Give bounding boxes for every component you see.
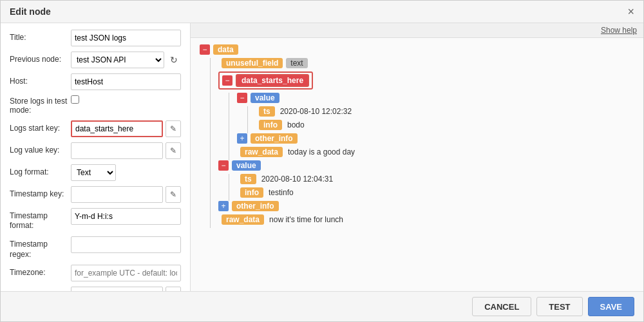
modal-body: Title: Previous node: test JSON API ↻ bbox=[1, 23, 643, 291]
store-logs-row: Store logs in test mode: bbox=[10, 95, 181, 115]
right-panel: Show help − data unuseful_field bbox=[191, 23, 643, 291]
toggle-other-info2[interactable]: + bbox=[218, 201, 229, 211]
host-key-container: ✎ bbox=[71, 287, 181, 291]
data-children: unuseful_field text − data_starts_here bbox=[200, 58, 634, 228]
test-button[interactable]: TEST bbox=[536, 297, 582, 316]
key-tag-value1: value bbox=[251, 93, 279, 103]
data-starts-here-children: − value ts bbox=[218, 93, 634, 160]
value-text-raw-data1: today is a good day bbox=[288, 147, 355, 156]
host-key-input[interactable] bbox=[71, 287, 163, 291]
prev-node-select[interactable]: test JSON API bbox=[71, 52, 164, 68]
key-tag-other-info2: other_info bbox=[232, 201, 279, 211]
key-tag-data: data bbox=[213, 44, 238, 55]
timestamp-key-input[interactable] bbox=[71, 186, 163, 203]
value2-vline: ts 2020-08-10 12:04:31 info testinfo bbox=[229, 174, 634, 201]
save-button[interactable]: SAVE bbox=[588, 297, 634, 316]
key-tag-value2: value bbox=[232, 160, 261, 171]
timezone-input[interactable] bbox=[71, 265, 181, 281]
tree-row-unuseful-field: unuseful_field text bbox=[218, 58, 634, 68]
prev-node-container: test JSON API ↻ bbox=[71, 52, 181, 68]
timestamp-key-row: Timestamp key: ✎ bbox=[10, 186, 181, 203]
tree-area: − data unuseful_field text bbox=[191, 38, 643, 291]
timezone-row: Timezone: bbox=[10, 265, 181, 281]
key-tag-info1: info bbox=[259, 120, 282, 130]
title-input[interactable] bbox=[71, 30, 181, 46]
tree-row-raw-data1: raw_data today is a good day bbox=[237, 147, 634, 157]
key-tag-raw-data1: raw_data bbox=[240, 147, 283, 157]
host-row: Host: bbox=[10, 73, 181, 90]
log-format-select[interactable]: Text JSON bbox=[71, 164, 116, 181]
store-logs-label: Store logs in test mode: bbox=[10, 95, 71, 115]
timestamp-key-container: ✎ bbox=[71, 186, 181, 203]
tree-node-value1: − value ts bbox=[237, 93, 634, 133]
toggle-other-info1[interactable]: + bbox=[237, 133, 247, 144]
host-input[interactable] bbox=[71, 73, 181, 90]
data-starts-here-vline: − value ts bbox=[229, 93, 634, 160]
key-tag-ts1: ts bbox=[259, 106, 275, 117]
host-key-edit-button[interactable]: ✎ bbox=[166, 287, 181, 291]
toggle-value1[interactable]: − bbox=[237, 93, 247, 103]
timestamp-format-label: Timestamp format: bbox=[10, 208, 71, 231]
tree-row-other-info1: + other_info bbox=[237, 133, 634, 144]
timestamp-regex-input[interactable] bbox=[71, 236, 181, 253]
value-text-info2: testinfo bbox=[269, 188, 294, 197]
cancel-button[interactable]: CANCEL bbox=[472, 297, 531, 316]
tree-row-ts1: ts 2020-08-10 12:02:32 bbox=[256, 106, 634, 117]
logs-start-key-label: Logs start key: bbox=[10, 120, 71, 134]
value1-vline: ts 2020-08-10 12:02:32 info bodo bbox=[247, 106, 634, 133]
timestamp-format-input[interactable] bbox=[71, 208, 181, 225]
store-logs-container bbox=[71, 95, 181, 104]
right-top-bar: Show help bbox=[191, 23, 643, 38]
timestamp-regex-label: Timestamp regex: bbox=[10, 236, 71, 260]
logs-start-key-edit-button[interactable]: ✎ bbox=[166, 120, 181, 137]
value-tag-text: text bbox=[286, 58, 307, 68]
title-field-container bbox=[71, 30, 181, 46]
value-text-ts2: 2020-08-10 12:04:31 bbox=[261, 175, 333, 184]
value2-children: ts 2020-08-10 12:04:31 info testinfo bbox=[218, 174, 634, 201]
toggle-value2[interactable]: − bbox=[218, 160, 229, 171]
host-label: Host: bbox=[10, 73, 71, 87]
modal-footer: CANCEL TEST SAVE bbox=[1, 291, 643, 321]
data-vline: unuseful_field text − data_starts_here bbox=[210, 58, 634, 228]
logs-start-key-container: ✎ bbox=[71, 120, 181, 137]
key-tag-ts2: ts bbox=[240, 174, 256, 184]
tree-row-value1: − value bbox=[237, 93, 634, 103]
timestamp-format-row: Timestamp format: bbox=[10, 208, 181, 231]
refresh-button[interactable]: ↻ bbox=[167, 52, 181, 68]
key-tag-info2: info bbox=[240, 187, 263, 198]
toggle-data[interactable]: − bbox=[200, 44, 210, 55]
host-field-container bbox=[71, 73, 181, 90]
toggle-data-starts-here[interactable]: − bbox=[222, 75, 232, 86]
value1-children: ts 2020-08-10 12:02:32 info bodo bbox=[237, 106, 634, 133]
timestamp-key-edit-button[interactable]: ✎ bbox=[166, 186, 181, 203]
log-format-container: Text JSON bbox=[71, 164, 181, 181]
log-format-label: Log format: bbox=[10, 164, 71, 178]
key-tag-data-starts-here: data_starts_here bbox=[236, 74, 309, 87]
tree-row-other-info2: + other_info bbox=[218, 201, 634, 211]
key-tag-unuseful-field: unuseful_field bbox=[222, 58, 283, 68]
tree-row-data: − data bbox=[200, 44, 634, 55]
log-value-key-label: Log value key: bbox=[10, 142, 71, 156]
title-label: Title: bbox=[10, 30, 71, 43]
logs-start-key-input[interactable] bbox=[71, 120, 163, 137]
tree-row-raw-data2: raw_data now it's time for lunch bbox=[218, 214, 634, 225]
value-text-info1: bodo bbox=[287, 120, 305, 129]
show-help-button[interactable]: Show help bbox=[601, 26, 637, 35]
modal-header: Edit node × bbox=[1, 1, 643, 23]
timezone-label: Timezone: bbox=[10, 265, 71, 278]
close-button[interactable]: × bbox=[627, 6, 634, 17]
store-logs-checkbox[interactable] bbox=[71, 95, 79, 104]
log-value-key-edit-button[interactable]: ✎ bbox=[166, 142, 181, 159]
modal-title: Edit node bbox=[10, 6, 51, 17]
key-tag-other-info1: other_info bbox=[251, 133, 298, 144]
edit-node-modal: Edit node × Title: Previous node: test J… bbox=[0, 0, 644, 322]
left-panel: Title: Previous node: test JSON API ↻ bbox=[1, 23, 191, 291]
value-text-raw-data2: now it's time for lunch bbox=[269, 215, 343, 224]
timestamp-regex-container bbox=[71, 236, 181, 253]
value-text-ts1: 2020-08-10 12:02:32 bbox=[280, 107, 352, 116]
timezone-container bbox=[71, 265, 181, 281]
log-value-key-input[interactable] bbox=[71, 142, 163, 159]
tree-row-info1: info bodo bbox=[256, 120, 634, 130]
tree-node-data-starts-here: − data_starts_here bbox=[218, 71, 634, 160]
timestamp-format-container bbox=[71, 208, 181, 225]
